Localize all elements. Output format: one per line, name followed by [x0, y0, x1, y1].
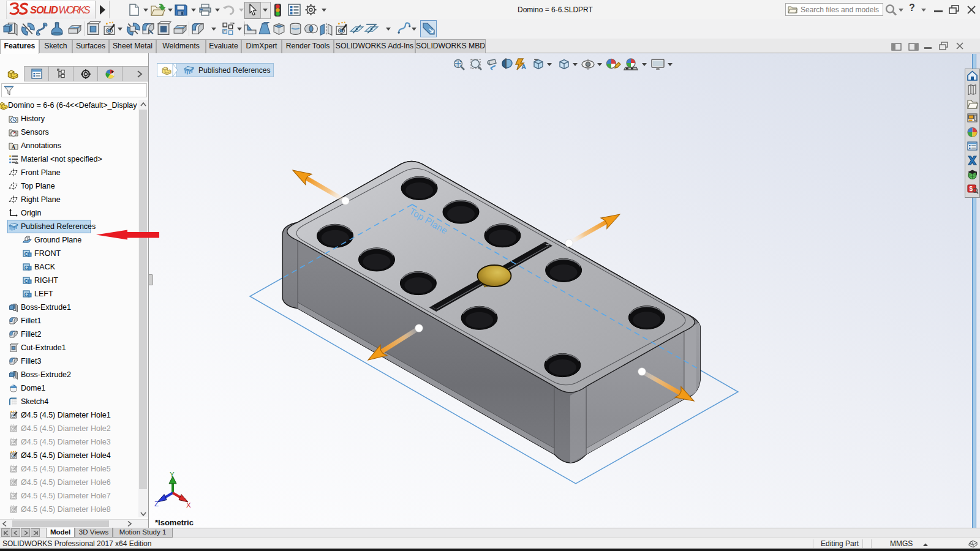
svg-text:Z: Z	[154, 500, 159, 508]
svg-text:*Isometric: *Isometric	[155, 518, 194, 527]
svg-text:SOLID: SOLID	[30, 4, 58, 15]
svg-text:A: A	[521, 63, 526, 70]
svg-text:WORKS: WORKS	[59, 4, 91, 15]
svg-text:Y: Y	[170, 471, 175, 478]
svg-text:$: $	[970, 186, 973, 192]
svg-text:X: X	[186, 501, 191, 509]
